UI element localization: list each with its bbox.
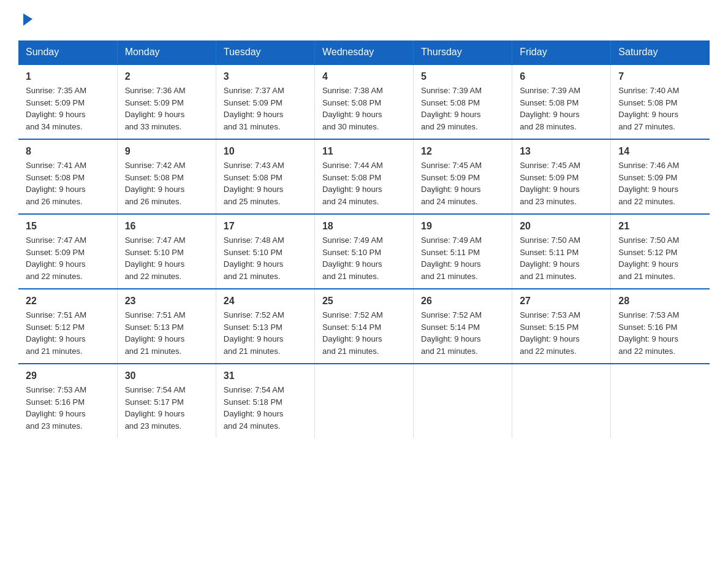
calendar-week-row: 22 Sunrise: 7:51 AM Sunset: 5:12 PM Dayl… (18, 289, 710, 364)
calendar-week-row: 29 Sunrise: 7:53 AM Sunset: 5:16 PM Dayl… (18, 364, 710, 438)
day-info: Sunrise: 7:37 AM Sunset: 5:09 PM Dayligh… (224, 85, 307, 132)
day-info: Sunrise: 7:53 AM Sunset: 5:15 PM Dayligh… (520, 309, 603, 357)
calendar-day-cell: 6 Sunrise: 7:39 AM Sunset: 5:08 PM Dayli… (512, 64, 611, 139)
day-info: Sunrise: 7:35 AM Sunset: 5:09 PM Dayligh… (26, 85, 110, 132)
day-number: 11 (322, 146, 406, 157)
day-info: Sunrise: 7:36 AM Sunset: 5:09 PM Dayligh… (125, 85, 208, 132)
day-info: Sunrise: 7:43 AM Sunset: 5:08 PM Dayligh… (224, 159, 307, 207)
day-number: 1 (26, 71, 110, 82)
day-info: Sunrise: 7:50 AM Sunset: 5:12 PM Dayligh… (618, 234, 702, 282)
day-info: Sunrise: 7:39 AM Sunset: 5:08 PM Dayligh… (421, 85, 504, 132)
day-info: Sunrise: 7:52 AM Sunset: 5:13 PM Dayligh… (224, 309, 307, 357)
empty-cell (611, 364, 710, 438)
day-number: 29 (26, 370, 110, 381)
calendar-day-cell: 14 Sunrise: 7:46 AM Sunset: 5:09 PM Dayl… (611, 139, 710, 214)
header-friday: Friday (512, 40, 611, 64)
calendar-header-row: SundayMondayTuesdayWednesdayThursdayFrid… (18, 40, 710, 64)
header-thursday: Thursday (414, 40, 512, 64)
calendar-day-cell: 15 Sunrise: 7:47 AM Sunset: 5:09 PM Dayl… (18, 214, 117, 289)
day-number: 19 (421, 221, 504, 232)
calendar-day-cell: 19 Sunrise: 7:49 AM Sunset: 5:11 PM Dayl… (414, 214, 512, 289)
calendar-day-cell: 13 Sunrise: 7:45 AM Sunset: 5:09 PM Dayl… (512, 139, 611, 214)
day-number: 12 (421, 146, 504, 157)
svg-marker-0 (23, 13, 32, 26)
day-number: 26 (421, 296, 504, 307)
calendar-day-cell: 5 Sunrise: 7:39 AM Sunset: 5:08 PM Dayli… (414, 64, 512, 139)
empty-cell (314, 364, 413, 438)
day-number: 28 (618, 296, 702, 307)
day-info: Sunrise: 7:52 AM Sunset: 5:14 PM Dayligh… (421, 309, 504, 357)
day-info: Sunrise: 7:45 AM Sunset: 5:09 PM Dayligh… (421, 159, 504, 207)
day-number: 20 (520, 221, 603, 232)
day-number: 9 (125, 146, 208, 157)
day-number: 13 (520, 146, 603, 157)
day-number: 14 (618, 146, 702, 157)
calendar-day-cell: 26 Sunrise: 7:52 AM Sunset: 5:14 PM Dayl… (414, 289, 512, 364)
day-number: 5 (421, 71, 504, 82)
day-number: 16 (125, 221, 208, 232)
day-number: 27 (520, 296, 603, 307)
header-sunday: Sunday (18, 40, 117, 64)
calendar-day-cell: 25 Sunrise: 7:52 AM Sunset: 5:14 PM Dayl… (314, 289, 413, 364)
day-number: 2 (125, 71, 208, 82)
calendar-week-row: 8 Sunrise: 7:41 AM Sunset: 5:08 PM Dayli… (18, 139, 710, 214)
day-info: Sunrise: 7:47 AM Sunset: 5:10 PM Dayligh… (125, 234, 208, 282)
day-number: 7 (618, 71, 702, 82)
empty-cell (512, 364, 611, 438)
day-number: 24 (224, 296, 307, 307)
day-info: Sunrise: 7:49 AM Sunset: 5:10 PM Dayligh… (322, 234, 406, 282)
day-info: Sunrise: 7:41 AM Sunset: 5:08 PM Dayligh… (26, 159, 110, 207)
day-info: Sunrise: 7:47 AM Sunset: 5:09 PM Dayligh… (26, 234, 110, 282)
calendar-day-cell: 12 Sunrise: 7:45 AM Sunset: 5:09 PM Dayl… (414, 139, 512, 214)
day-info: Sunrise: 7:46 AM Sunset: 5:09 PM Dayligh… (618, 159, 702, 207)
day-info: Sunrise: 7:51 AM Sunset: 5:12 PM Dayligh… (26, 309, 110, 357)
calendar-day-cell: 1 Sunrise: 7:35 AM Sunset: 5:09 PM Dayli… (18, 64, 117, 139)
day-number: 10 (224, 146, 307, 157)
calendar-table: SundayMondayTuesdayWednesdayThursdayFrid… (18, 40, 710, 438)
calendar-day-cell: 3 Sunrise: 7:37 AM Sunset: 5:09 PM Dayli… (216, 64, 314, 139)
day-info: Sunrise: 7:49 AM Sunset: 5:11 PM Dayligh… (421, 234, 504, 282)
header-wednesday: Wednesday (314, 40, 413, 64)
calendar-day-cell: 30 Sunrise: 7:54 AM Sunset: 5:17 PM Dayl… (117, 364, 216, 438)
day-info: Sunrise: 7:39 AM Sunset: 5:08 PM Dayligh… (520, 85, 603, 132)
calendar-day-cell: 18 Sunrise: 7:49 AM Sunset: 5:10 PM Dayl… (314, 214, 413, 289)
day-number: 18 (322, 221, 406, 232)
header-saturday: Saturday (611, 40, 710, 64)
day-number: 31 (224, 370, 307, 381)
calendar-day-cell: 4 Sunrise: 7:38 AM Sunset: 5:08 PM Dayli… (314, 64, 413, 139)
calendar-day-cell: 17 Sunrise: 7:48 AM Sunset: 5:10 PM Dayl… (216, 214, 314, 289)
day-number: 17 (224, 221, 307, 232)
empty-cell (414, 364, 512, 438)
calendar-day-cell: 29 Sunrise: 7:53 AM Sunset: 5:16 PM Dayl… (18, 364, 117, 438)
day-number: 15 (26, 221, 110, 232)
calendar-day-cell: 2 Sunrise: 7:36 AM Sunset: 5:09 PM Dayli… (117, 64, 216, 139)
calendar-week-row: 15 Sunrise: 7:47 AM Sunset: 5:09 PM Dayl… (18, 214, 710, 289)
day-info: Sunrise: 7:44 AM Sunset: 5:08 PM Dayligh… (322, 159, 406, 207)
day-info: Sunrise: 7:54 AM Sunset: 5:18 PM Dayligh… (224, 384, 307, 432)
calendar-day-cell: 27 Sunrise: 7:53 AM Sunset: 5:15 PM Dayl… (512, 289, 611, 364)
day-number: 30 (125, 370, 208, 381)
day-info: Sunrise: 7:42 AM Sunset: 5:08 PM Dayligh… (125, 159, 208, 207)
calendar-day-cell: 23 Sunrise: 7:51 AM Sunset: 5:13 PM Dayl… (117, 289, 216, 364)
day-info: Sunrise: 7:40 AM Sunset: 5:08 PM Dayligh… (618, 85, 702, 132)
calendar-day-cell: 28 Sunrise: 7:53 AM Sunset: 5:16 PM Dayl… (611, 289, 710, 364)
logo (18, 12, 34, 28)
calendar-day-cell: 10 Sunrise: 7:43 AM Sunset: 5:08 PM Dayl… (216, 139, 314, 214)
day-info: Sunrise: 7:52 AM Sunset: 5:14 PM Dayligh… (322, 309, 406, 357)
calendar-day-cell: 16 Sunrise: 7:47 AM Sunset: 5:10 PM Dayl… (117, 214, 216, 289)
day-info: Sunrise: 7:53 AM Sunset: 5:16 PM Dayligh… (26, 384, 110, 432)
logo-triangle-icon (20, 12, 34, 26)
day-info: Sunrise: 7:48 AM Sunset: 5:10 PM Dayligh… (224, 234, 307, 282)
day-info: Sunrise: 7:50 AM Sunset: 5:11 PM Dayligh… (520, 234, 603, 282)
day-number: 8 (26, 146, 110, 157)
calendar-day-cell: 20 Sunrise: 7:50 AM Sunset: 5:11 PM Dayl… (512, 214, 611, 289)
header-tuesday: Tuesday (216, 40, 314, 64)
calendar-day-cell: 11 Sunrise: 7:44 AM Sunset: 5:08 PM Dayl… (314, 139, 413, 214)
day-number: 25 (322, 296, 406, 307)
day-info: Sunrise: 7:45 AM Sunset: 5:09 PM Dayligh… (520, 159, 603, 207)
day-info: Sunrise: 7:51 AM Sunset: 5:13 PM Dayligh… (125, 309, 208, 357)
calendar-day-cell: 9 Sunrise: 7:42 AM Sunset: 5:08 PM Dayli… (117, 139, 216, 214)
day-number: 23 (125, 296, 208, 307)
calendar-day-cell: 8 Sunrise: 7:41 AM Sunset: 5:08 PM Dayli… (18, 139, 117, 214)
day-info: Sunrise: 7:54 AM Sunset: 5:17 PM Dayligh… (125, 384, 208, 432)
